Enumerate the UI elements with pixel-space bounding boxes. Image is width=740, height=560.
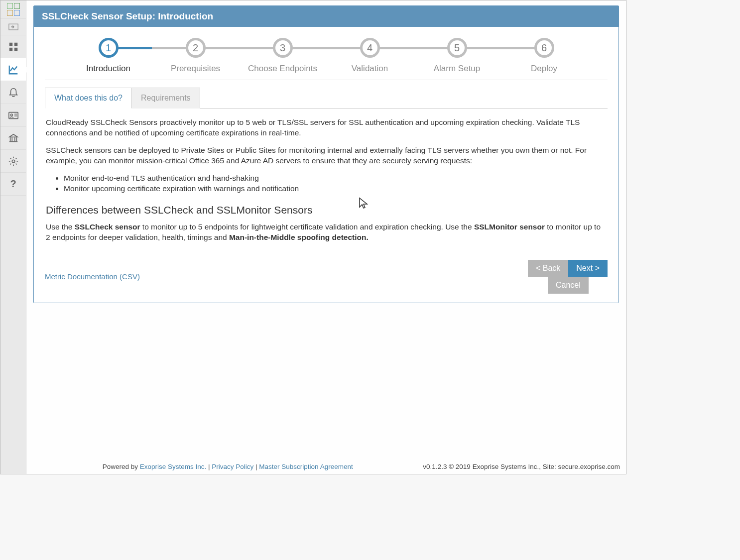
wizard-body: 1 Introduction 2 Prerequisites 3 Choose … [34, 27, 618, 303]
intro-paragraph-2: SSLCheck sensors can be deployed to Priv… [46, 145, 607, 166]
svg-rect-3 [9, 47, 12, 50]
back-button[interactable]: < Back [528, 260, 568, 277]
step-label: Choose Endpoints [248, 64, 317, 74]
step-label: Alarm Setup [434, 64, 481, 74]
metric-doc-link[interactable]: Metric Documentation (CSV) [45, 272, 140, 281]
footer-version: v0.1.2.3 © 2019 Exoprise Systems Inc., S… [423, 463, 620, 470]
logo-icon [7, 3, 20, 16]
logo [0, 0, 26, 18]
step-introduction[interactable]: 1 Introduction [65, 38, 152, 74]
divider [45, 80, 608, 80]
svg-rect-2 [14, 42, 17, 45]
footer-powered-prefix: Powered by [103, 463, 140, 470]
differences-heading: Differences between SSLCheck and SSLMoni… [46, 203, 607, 217]
tab-what-does-this-do[interactable]: What does this do? [45, 88, 132, 109]
cancel-button[interactable]: Cancel [548, 277, 589, 294]
step-circle: 6 [534, 38, 554, 58]
next-button[interactable]: Next > [568, 260, 608, 277]
step-circle: 2 [186, 38, 206, 58]
footer-msa-link[interactable]: Master Subscription Agreement [259, 463, 353, 470]
step-label: Validation [352, 64, 388, 74]
bell-icon [8, 87, 19, 98]
app-shell: ? SSLCheck Sensor Setup: Introduction 1 … [0, 0, 626, 474]
chart-icon [8, 64, 19, 75]
step-circle: 3 [273, 38, 293, 58]
sidebar-item-help[interactable]: ? [0, 173, 26, 196]
institution-icon [8, 133, 19, 144]
svg-point-14 [12, 160, 15, 163]
step-label: Deploy [531, 64, 557, 74]
list-item: Monitor upcoming certificate expiration … [64, 184, 607, 194]
step-alarm-setup[interactable]: 5 Alarm Setup [413, 38, 500, 74]
tabs: What does this do? Requirements [45, 87, 608, 109]
step-choose-endpoints[interactable]: 3 Choose Endpoints [239, 38, 326, 74]
wizard-title: SSLCheck Sensor Setup: Introduction [34, 6, 618, 27]
differences-paragraph: Use the SSLCheck sensor to monitor up to… [46, 222, 607, 243]
sidebar: ? [0, 0, 26, 474]
collapse-right-icon [8, 23, 18, 30]
wizard-footer: Metric Documentation (CSV) < Back Next >… [45, 260, 608, 294]
tab-requirements[interactable]: Requirements [132, 88, 200, 109]
step-circle: 4 [360, 38, 380, 58]
intro-paragraph-1: CloudReady SSLCheck Sensors proactively … [46, 117, 607, 138]
wizard-panel: SSLCheck Sensor Setup: Introduction 1 In… [33, 5, 619, 303]
sidebar-item-institution[interactable] [0, 127, 26, 150]
stepper: 1 Introduction 2 Prerequisites 3 Choose … [65, 38, 588, 74]
dashboard-grid-icon [8, 41, 19, 52]
step-validation[interactable]: 4 Validation [326, 38, 413, 74]
id-card-icon [8, 110, 19, 121]
sidebar-collapse-button[interactable] [0, 18, 26, 35]
page-footer: Powered by Exoprise Systems Inc. | Priva… [26, 461, 626, 472]
help-icon: ? [10, 178, 16, 190]
main-area: SSLCheck Sensor Setup: Introduction 1 In… [26, 0, 626, 474]
svg-rect-1 [9, 42, 12, 45]
footer-privacy-link[interactable]: Privacy Policy [212, 463, 253, 470]
svg-rect-4 [14, 47, 17, 50]
step-circle: 1 [99, 38, 119, 58]
tab-content: CloudReady SSLCheck Sensors proactively … [45, 109, 608, 254]
sidebar-item-settings[interactable] [0, 150, 26, 173]
step-prerequisites[interactable]: 2 Prerequisites [152, 38, 239, 74]
step-circle: 5 [447, 38, 467, 58]
gear-icon [8, 156, 19, 167]
feature-list: Monitor end-to-end TLS authentication an… [64, 173, 607, 194]
step-label: Introduction [86, 64, 130, 74]
svg-point-6 [10, 114, 12, 116]
list-item: Monitor end-to-end TLS authentication an… [64, 173, 607, 184]
sidebar-item-dashboard[interactable] [0, 35, 26, 58]
sidebar-item-charts[interactable] [0, 58, 26, 81]
sidebar-item-contacts[interactable] [0, 104, 26, 127]
sidebar-item-alerts[interactable] [0, 81, 26, 104]
button-bar: < Back Next > Cancel [528, 260, 608, 294]
footer-company-link[interactable]: Exoprise Systems Inc. [140, 463, 207, 470]
step-deploy[interactable]: 6 Deploy [500, 38, 588, 74]
step-label: Prerequisites [171, 64, 220, 74]
